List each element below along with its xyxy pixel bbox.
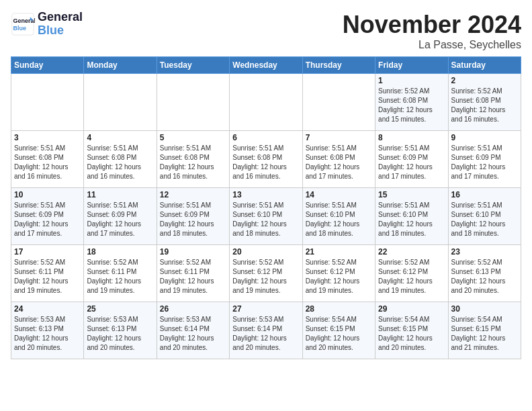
calendar-week-3: 10Sunrise: 5:51 AM Sunset: 6:09 PM Dayli…	[11, 188, 521, 245]
calendar-cell: 23Sunrise: 5:52 AM Sunset: 6:13 PM Dayli…	[448, 245, 521, 302]
day-info: Sunrise: 5:51 AM Sunset: 6:08 PM Dayligh…	[87, 144, 153, 181]
day-number: 27	[232, 304, 299, 314]
day-info: Sunrise: 5:52 AM Sunset: 6:12 PM Dayligh…	[232, 258, 299, 295]
calendar-cell: 2Sunrise: 5:52 AM Sunset: 6:08 PM Daylig…	[448, 74, 521, 131]
calendar-cell: 13Sunrise: 5:51 AM Sunset: 6:10 PM Dayli…	[230, 188, 302, 245]
weekday-header-wednesday: Wednesday	[230, 57, 302, 74]
day-info: Sunrise: 5:51 AM Sunset: 6:10 PM Dayligh…	[451, 201, 518, 238]
day-number: 15	[378, 190, 445, 199]
day-info: Sunrise: 5:51 AM Sunset: 6:08 PM Dayligh…	[160, 144, 226, 181]
page-header: General Blue General Blue November 2024 …	[11, 11, 521, 51]
day-number: 9	[451, 133, 518, 142]
day-info: Sunrise: 5:54 AM Sunset: 6:15 PM Dayligh…	[378, 315, 445, 353]
calendar-week-4: 17Sunrise: 5:52 AM Sunset: 6:11 PM Dayli…	[11, 245, 521, 302]
calendar-cell: 1Sunrise: 5:52 AM Sunset: 6:08 PM Daylig…	[375, 74, 448, 131]
weekday-header-monday: Monday	[84, 57, 157, 74]
day-number: 1	[378, 76, 445, 85]
logo-blue: Blue	[38, 24, 83, 38]
weekday-header-saturday: Saturday	[448, 57, 521, 74]
logo-text: General Blue	[38, 11, 83, 38]
calendar-cell: 4Sunrise: 5:51 AM Sunset: 6:08 PM Daylig…	[84, 131, 157, 188]
day-number: 20	[232, 247, 299, 257]
day-number: 18	[87, 247, 153, 257]
day-info: Sunrise: 5:51 AM Sunset: 6:10 PM Dayligh…	[306, 201, 372, 238]
day-number: 10	[14, 190, 81, 199]
calendar-cell	[230, 74, 302, 131]
day-number: 24	[14, 304, 81, 314]
calendar-cell: 17Sunrise: 5:52 AM Sunset: 6:11 PM Dayli…	[11, 245, 84, 302]
calendar-cell: 6Sunrise: 5:51 AM Sunset: 6:08 PM Daylig…	[230, 131, 302, 188]
day-number: 11	[87, 190, 153, 199]
calendar-cell: 9Sunrise: 5:51 AM Sunset: 6:09 PM Daylig…	[448, 131, 521, 188]
calendar-cell: 11Sunrise: 5:51 AM Sunset: 6:09 PM Dayli…	[84, 188, 157, 245]
calendar-cell: 8Sunrise: 5:51 AM Sunset: 6:09 PM Daylig…	[375, 131, 448, 188]
day-number: 17	[14, 247, 81, 257]
day-number: 22	[378, 247, 445, 257]
day-info: Sunrise: 5:53 AM Sunset: 6:13 PM Dayligh…	[87, 315, 153, 353]
day-number: 13	[232, 190, 299, 199]
day-info: Sunrise: 5:54 AM Sunset: 6:15 PM Dayligh…	[451, 315, 518, 353]
day-info: Sunrise: 5:51 AM Sunset: 6:09 PM Dayligh…	[160, 201, 226, 238]
day-info: Sunrise: 5:51 AM Sunset: 6:09 PM Dayligh…	[451, 144, 518, 181]
day-info: Sunrise: 5:52 AM Sunset: 6:11 PM Dayligh…	[87, 258, 153, 295]
calendar-cell: 20Sunrise: 5:52 AM Sunset: 6:12 PM Dayli…	[230, 245, 302, 302]
calendar-cell: 27Sunrise: 5:53 AM Sunset: 6:14 PM Dayli…	[230, 302, 302, 359]
calendar-cell: 3Sunrise: 5:51 AM Sunset: 6:08 PM Daylig…	[11, 131, 84, 188]
calendar-cell: 14Sunrise: 5:51 AM Sunset: 6:10 PM Dayli…	[302, 188, 375, 245]
day-info: Sunrise: 5:51 AM Sunset: 6:09 PM Dayligh…	[378, 144, 445, 181]
calendar-cell: 15Sunrise: 5:51 AM Sunset: 6:10 PM Dayli…	[375, 188, 448, 245]
day-number: 7	[306, 133, 372, 142]
logo-icon: General Blue	[11, 12, 35, 36]
day-info: Sunrise: 5:52 AM Sunset: 6:11 PM Dayligh…	[160, 258, 226, 295]
day-number: 12	[160, 190, 226, 199]
calendar-week-5: 24Sunrise: 5:53 AM Sunset: 6:13 PM Dayli…	[11, 302, 521, 359]
calendar-body: 1Sunrise: 5:52 AM Sunset: 6:08 PM Daylig…	[11, 74, 521, 359]
logo: General Blue General Blue	[11, 11, 83, 38]
day-number: 30	[451, 304, 518, 314]
day-number: 29	[378, 304, 445, 314]
day-info: Sunrise: 5:53 AM Sunset: 6:14 PM Dayligh…	[160, 315, 226, 353]
day-info: Sunrise: 5:51 AM Sunset: 6:10 PM Dayligh…	[378, 201, 445, 238]
calendar-cell: 16Sunrise: 5:51 AM Sunset: 6:10 PM Dayli…	[448, 188, 521, 245]
day-info: Sunrise: 5:51 AM Sunset: 6:08 PM Dayligh…	[14, 144, 81, 181]
day-number: 19	[160, 247, 226, 257]
calendar-cell: 22Sunrise: 5:52 AM Sunset: 6:12 PM Dayli…	[375, 245, 448, 302]
location: La Passe, Seychelles	[343, 39, 521, 51]
weekday-header-thursday: Thursday	[302, 57, 375, 74]
calendar-cell: 7Sunrise: 5:51 AM Sunset: 6:08 PM Daylig…	[302, 131, 375, 188]
title-block: November 2024 La Passe, Seychelles	[343, 11, 521, 51]
weekday-header-tuesday: Tuesday	[157, 57, 229, 74]
calendar-cell: 25Sunrise: 5:53 AM Sunset: 6:13 PM Dayli…	[84, 302, 157, 359]
day-info: Sunrise: 5:52 AM Sunset: 6:13 PM Dayligh…	[451, 258, 518, 295]
day-number: 3	[14, 133, 81, 142]
day-info: Sunrise: 5:52 AM Sunset: 6:12 PM Dayligh…	[378, 258, 445, 295]
calendar-cell: 29Sunrise: 5:54 AM Sunset: 6:15 PM Dayli…	[375, 302, 448, 359]
day-number: 23	[451, 247, 518, 257]
calendar-table: SundayMondayTuesdayWednesdayThursdayFrid…	[11, 56, 521, 359]
day-info: Sunrise: 5:51 AM Sunset: 6:09 PM Dayligh…	[14, 201, 81, 238]
calendar-cell: 28Sunrise: 5:54 AM Sunset: 6:15 PM Dayli…	[302, 302, 375, 359]
day-number: 21	[306, 247, 372, 257]
day-info: Sunrise: 5:53 AM Sunset: 6:14 PM Dayligh…	[232, 315, 299, 353]
day-info: Sunrise: 5:53 AM Sunset: 6:13 PM Dayligh…	[14, 315, 81, 353]
calendar-header: SundayMondayTuesdayWednesdayThursdayFrid…	[11, 57, 521, 74]
calendar-cell: 24Sunrise: 5:53 AM Sunset: 6:13 PM Dayli…	[11, 302, 84, 359]
calendar-cell: 18Sunrise: 5:52 AM Sunset: 6:11 PM Dayli…	[84, 245, 157, 302]
calendar-cell: 26Sunrise: 5:53 AM Sunset: 6:14 PM Dayli…	[157, 302, 229, 359]
day-info: Sunrise: 5:54 AM Sunset: 6:15 PM Dayligh…	[306, 315, 372, 353]
calendar-cell: 30Sunrise: 5:54 AM Sunset: 6:15 PM Dayli…	[448, 302, 521, 359]
calendar-week-1: 1Sunrise: 5:52 AM Sunset: 6:08 PM Daylig…	[11, 74, 521, 131]
day-number: 14	[306, 190, 372, 199]
day-number: 25	[87, 304, 153, 314]
calendar-cell: 19Sunrise: 5:52 AM Sunset: 6:11 PM Dayli…	[157, 245, 229, 302]
calendar-cell: 10Sunrise: 5:51 AM Sunset: 6:09 PM Dayli…	[11, 188, 84, 245]
day-number: 5	[160, 133, 226, 142]
logo-general: General	[38, 11, 83, 24]
calendar-cell: 5Sunrise: 5:51 AM Sunset: 6:08 PM Daylig…	[157, 131, 229, 188]
day-info: Sunrise: 5:51 AM Sunset: 6:10 PM Dayligh…	[232, 201, 299, 238]
day-info: Sunrise: 5:51 AM Sunset: 6:09 PM Dayligh…	[87, 201, 153, 238]
calendar-cell: 21Sunrise: 5:52 AM Sunset: 6:12 PM Dayli…	[302, 245, 375, 302]
calendar-cell: 12Sunrise: 5:51 AM Sunset: 6:09 PM Dayli…	[157, 188, 229, 245]
day-number: 6	[232, 133, 299, 142]
day-info: Sunrise: 5:52 AM Sunset: 6:11 PM Dayligh…	[14, 258, 81, 295]
